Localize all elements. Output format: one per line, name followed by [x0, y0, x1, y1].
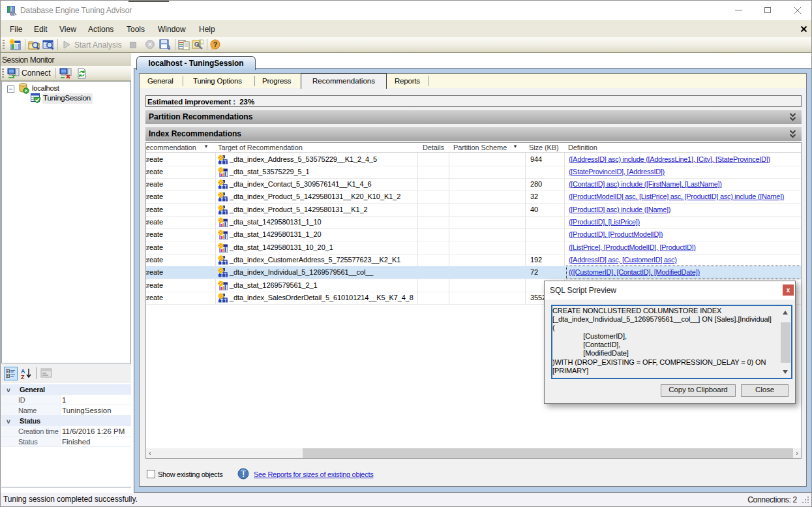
- svg-text:?: ?: [213, 40, 218, 48]
- svg-text:Z: Z: [21, 374, 25, 380]
- svg-text:!: !: [242, 470, 245, 479]
